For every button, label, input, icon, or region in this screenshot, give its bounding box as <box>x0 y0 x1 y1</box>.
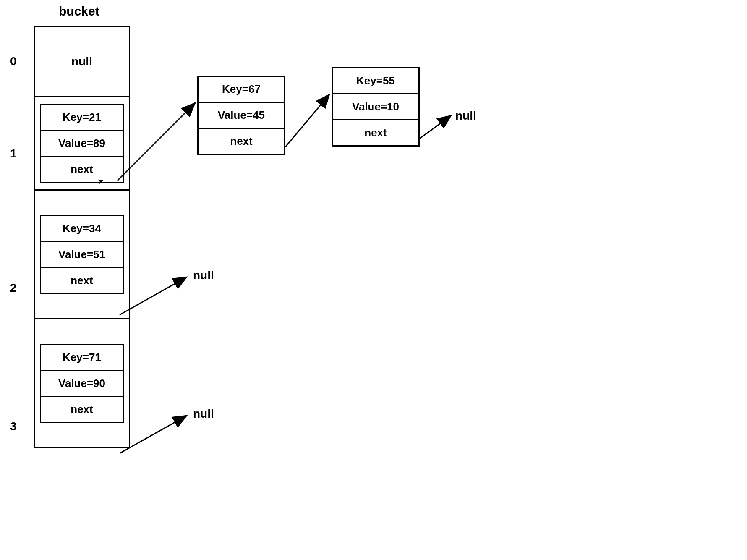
arrow-n2-null <box>420 115 451 139</box>
bucket-slot-0: null <box>34 26 130 97</box>
chain1b-next: next <box>332 120 419 146</box>
chain1a-key: Key=67 <box>198 76 285 102</box>
node-bucket3: Key=71 Value=90 next <box>40 344 124 423</box>
bucket-column: null Key=21 Value=89 next Key=34 Value=5… <box>34 26 130 447</box>
node-bucket1: Key=21 Value=89 next <box>40 104 124 183</box>
chain1b-value: Value=10 <box>332 94 419 120</box>
bucket3-value: Value=90 <box>41 370 123 396</box>
chain1b-key: Key=55 <box>332 68 419 94</box>
chain-node-1a: Key=67 Value=45 next <box>197 76 285 155</box>
chain1a-next: next <box>198 128 285 154</box>
bucket1-next: next <box>41 157 123 183</box>
bucket0-content: null <box>71 55 92 68</box>
chain-node-1b: Key=55 Value=10 next <box>332 67 420 147</box>
chain2-end-null: null <box>193 269 214 282</box>
node-bucket2: Key=34 Value=51 next <box>40 215 124 294</box>
bucket-slot-1: Key=21 Value=89 next <box>34 96 130 191</box>
chain1a-value: Value=45 <box>198 102 285 128</box>
index-1: 1 <box>10 147 17 160</box>
arrow-n1-n2 <box>285 94 329 147</box>
bucket2-next: next <box>41 267 123 293</box>
chain3-end-null: null <box>193 407 214 421</box>
index-2: 2 <box>10 281 17 295</box>
chain1-end-null: null <box>455 109 476 123</box>
bucket3-key: Key=71 <box>41 344 123 370</box>
bucket1-key: Key=21 <box>41 105 123 131</box>
bucket1-value: Value=89 <box>41 131 123 157</box>
bucket3-next: next <box>41 396 123 422</box>
bucket2-value: Value=51 <box>41 241 123 267</box>
bucket-slot-2: Key=34 Value=51 next <box>34 189 130 319</box>
bucket-header: bucket <box>59 4 99 18</box>
index-3: 3 <box>10 420 17 433</box>
index-0: 0 <box>10 55 17 68</box>
bucket-slot-3: Key=71 Value=90 next <box>34 318 130 448</box>
bucket2-key: Key=34 <box>41 215 123 241</box>
